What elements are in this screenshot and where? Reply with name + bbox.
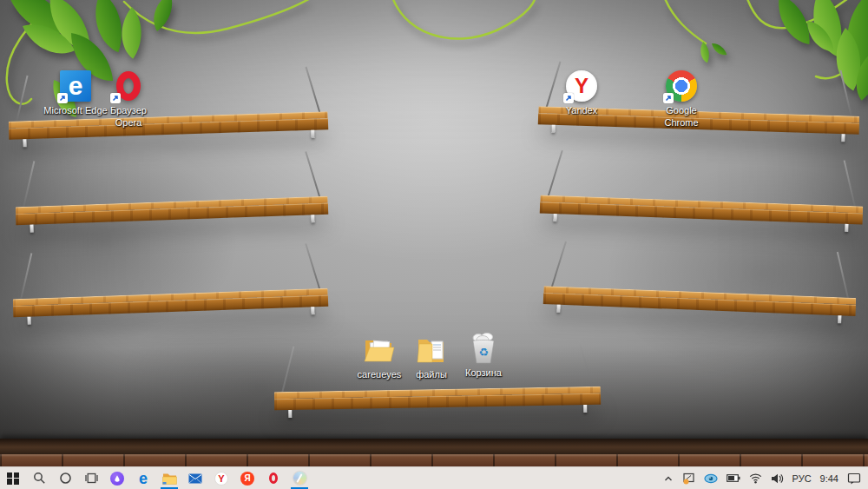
open-folder-icon (364, 336, 395, 364)
wifi-tray-item[interactable] (745, 467, 766, 489)
start-button[interactable] (0, 467, 26, 489)
projector-tray-item[interactable] (678, 467, 700, 489)
search-button[interactable] (26, 467, 52, 489)
yandex-icon: Я (240, 472, 254, 486)
action-center-icon (847, 472, 861, 485)
eye-icon (704, 473, 718, 484)
desktop-icon-opera[interactable]: Браузер Opera (95, 69, 161, 129)
file-explorer-button[interactable] (156, 467, 182, 489)
wood-floor (0, 454, 868, 466)
alice-icon (110, 472, 124, 486)
search-icon (33, 472, 46, 485)
language-label: РУС (792, 473, 812, 484)
shortcut-arrow-icon (57, 93, 68, 103)
svg-text:♻: ♻ (478, 346, 489, 359)
taskbar: e Y Я (0, 466, 868, 489)
taskbar-buttons: e Y Я (0, 467, 312, 489)
battery-icon (727, 473, 740, 483)
speaker-icon (771, 473, 784, 484)
task-view-icon (85, 472, 98, 485)
cortana-circle-icon (59, 472, 72, 485)
edge-taskbar-button[interactable]: e (130, 467, 156, 489)
alice-assistant-button[interactable] (104, 467, 130, 489)
windows-logo-icon (7, 472, 19, 485)
yandex-browser-icon: Y (214, 472, 228, 486)
hidden-icons-chevron[interactable] (659, 467, 678, 489)
desktop-icon-label: Браузер Opera (96, 105, 161, 129)
recycle-bin-icon: ♻ (470, 333, 497, 364)
language-indicator[interactable]: РУС (788, 467, 816, 489)
shortcut-arrow-icon (663, 93, 674, 103)
careueyes-icon (293, 472, 306, 485)
opera-icon (269, 472, 278, 484)
system-tray: РУС 9:44 (659, 467, 868, 489)
chevron-up-icon (663, 473, 674, 484)
shortcut-arrow-icon (110, 93, 121, 103)
baseboard (0, 439, 868, 454)
careueyes-button[interactable] (286, 467, 312, 489)
file-explorer-icon (162, 472, 177, 485)
shortcut-arrow-icon (563, 93, 574, 103)
wifi-icon (749, 472, 762, 484)
desktop-screen: e Microsoft Edge Браузер Opera Y Yandex (0, 0, 868, 489)
action-center-button[interactable] (843, 467, 865, 489)
mail-button[interactable] (182, 467, 208, 489)
cortana-button[interactable] (52, 467, 78, 489)
desktop-icon-label: careueyes (358, 369, 402, 381)
folder-icon (416, 336, 447, 364)
yandex-button[interactable]: Я (234, 467, 260, 489)
desktop-icon-label: файлы (416, 369, 447, 381)
time-label: 9:44 (820, 473, 838, 484)
desktop-icon-label: Yandex (566, 105, 598, 117)
task-view-button[interactable] (78, 467, 104, 489)
clock[interactable]: 9:44 (816, 467, 843, 489)
opera-taskbar-button[interactable] (260, 467, 286, 489)
yandex-browser-button[interactable]: Y (208, 467, 234, 489)
mail-icon (188, 473, 202, 484)
projector-notification-icon (682, 472, 695, 485)
careueyes-tray-item[interactable] (700, 467, 722, 489)
battery-tray-item[interactable] (722, 467, 745, 489)
desktop-icon-google-chrome[interactable]: Google Chrome (648, 69, 714, 129)
edge-icon: e (139, 471, 148, 486)
volume-tray-item[interactable] (766, 467, 788, 489)
desktop-icon-label: Корзина (465, 367, 502, 380)
desktop-icon-yandex[interactable]: Y Yandex (549, 69, 615, 117)
desktop-icon-label: Google Chrome (649, 105, 713, 129)
desktop-icon-recycle-bin[interactable]: ♻ Корзина (450, 332, 516, 380)
